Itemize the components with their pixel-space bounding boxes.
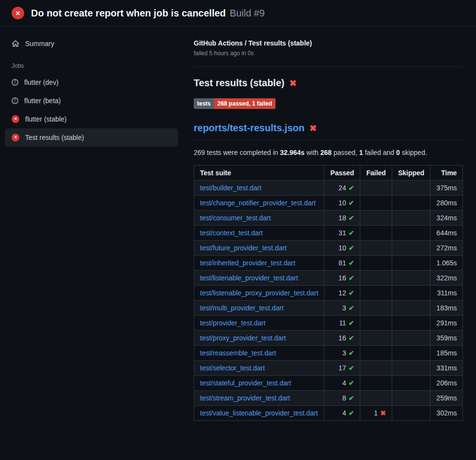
test-suite-link[interactable]: test/consumer_test.dart: [200, 214, 271, 222]
time-value: 183ms: [430, 301, 463, 316]
neutral-status-icon: !: [12, 79, 18, 86]
x-icon: ✖: [380, 409, 386, 417]
passed-count: 81: [338, 259, 346, 267]
test-suite-link[interactable]: test/listenable_proxy_provider_test.dart: [200, 289, 318, 297]
time-value: 311ms: [430, 286, 463, 301]
test-suite-link[interactable]: test/future_provider_test.dart: [200, 244, 287, 252]
summary-duration: 32.964s: [280, 149, 305, 156]
summary-passed-count: 268: [321, 149, 332, 156]
failed-status-icon: ✕: [12, 134, 19, 141]
time-value: 359ms: [430, 331, 463, 346]
check-icon: ✔: [349, 319, 354, 327]
table-row: test/reassemble_test.dart 3✔ ✖ 185ms: [194, 346, 463, 361]
check-icon: ✔: [349, 364, 354, 372]
test-suite-link[interactable]: test/listenable_provider_test.dart: [200, 274, 298, 282]
check-icon: ✔: [349, 229, 354, 237]
test-suite-link[interactable]: test/provider_test.dart: [200, 319, 265, 327]
check-icon: ✔: [349, 289, 354, 297]
sidebar-job-item[interactable]: ! ✕ flutter (beta): [5, 92, 178, 110]
col-header-time: Time: [430, 166, 463, 181]
test-suite-link[interactable]: test/context_test.dart: [200, 229, 263, 237]
sidebar-job-item[interactable]: ! ✕ Test results (stable): [5, 128, 178, 147]
table-row: test/multi_provider_test.dart 3✔ ✖ 183ms: [194, 301, 463, 316]
jobs-heading: Jobs: [5, 53, 178, 73]
test-suite-link[interactable]: test/builder_test.dart: [200, 184, 261, 192]
failed-status-icon: ✕: [12, 7, 24, 19]
test-suite-link[interactable]: test/proxy_provider_test.dart: [200, 334, 286, 342]
test-suite-link[interactable]: test/stateful_provider_test.dart: [200, 379, 291, 387]
report-title: reports/test-results.json ✖: [194, 123, 462, 140]
test-suite-link[interactable]: test/stream_provider_test.dart: [200, 394, 290, 402]
time-value: 331ms: [430, 361, 463, 376]
passed-count: 16: [338, 274, 346, 282]
passed-count: 31: [338, 229, 346, 237]
passed-count: 3: [342, 304, 346, 312]
check-run-header: ✕ Do not create report when job is cance…: [0, 0, 476, 27]
neutral-status-icon: !: [12, 97, 18, 104]
table-row: test/inherited_provider_test.dart 81✔ ✖ …: [194, 256, 463, 271]
sidebar-job-item[interactable]: ! ✕ flutter (dev): [5, 73, 178, 92]
test-suite-link[interactable]: test/change_notifier_provider_test.dart: [200, 199, 316, 207]
time-value: 302ms: [430, 406, 463, 421]
table-row: test/value_listenable_provider_test.dart…: [194, 406, 463, 421]
passed-count: 11: [339, 319, 346, 327]
check-icon: ✔: [349, 259, 354, 267]
check-icon: ✔: [349, 394, 354, 402]
col-header-skipped: Skipped: [392, 166, 430, 181]
divider: [194, 66, 462, 67]
sidebar-item-summary[interactable]: Summary: [5, 34, 178, 53]
home-icon: [12, 40, 19, 47]
job-label: flutter (beta): [24, 97, 61, 105]
report-link[interactable]: reports/test-results.json: [194, 123, 305, 134]
check-icon: ✔: [349, 379, 354, 387]
time-value: 324ms: [430, 211, 463, 226]
table-row: test/stream_provider_test.dart 8✔ ✖ 259m…: [194, 391, 463, 406]
table-row: test/consumer_test.dart 18✔ ✖ 324ms: [194, 211, 463, 226]
table-row: test/change_notifier_provider_test.dart …: [194, 196, 463, 211]
run-meta: failed 5 hours ago in 0s: [194, 50, 462, 57]
check-icon: ✔: [349, 244, 354, 252]
test-suite-link[interactable]: test/inherited_provider_test.dart: [200, 259, 295, 267]
col-header-failed: Failed: [360, 166, 392, 181]
test-suite-link[interactable]: test/value_listenable_provider_test.dart: [200, 409, 318, 417]
test-suite-link[interactable]: test/reassemble_test.dart: [200, 349, 276, 357]
job-label: flutter (stable): [25, 115, 67, 123]
page-title: Do not create report when job is cancell…: [31, 8, 265, 19]
failed-count: 1: [374, 409, 378, 417]
job-label: flutter (dev): [24, 78, 59, 86]
time-value: 644ms: [430, 226, 463, 241]
check-icon: ✔: [349, 214, 354, 222]
check-icon: ✔: [349, 184, 354, 192]
cross-mark-icon: ✖: [309, 124, 317, 133]
table-row: test/proxy_provider_test.dart 16✔ ✖ 359m…: [194, 331, 463, 346]
tests-badge: tests 268 passed, 1 failed: [194, 98, 276, 109]
badge-label: tests: [194, 98, 214, 109]
job-label: Test results (stable): [25, 134, 84, 141]
build-number: Build #9: [230, 8, 264, 18]
badge-value: 268 passed, 1 failed: [214, 98, 276, 109]
time-value: 291ms: [430, 316, 463, 331]
check-icon: ✔: [349, 349, 354, 357]
table-row: test/builder_test.dart 24✔ ✖ 375ms: [194, 181, 463, 196]
col-header-test-suite: Test suite: [194, 166, 324, 181]
passed-count: 3: [342, 349, 346, 357]
table-row: test/listenable_provider_test.dart 16✔ ✖…: [194, 271, 463, 286]
time-value: 322ms: [430, 271, 463, 286]
time-value: 1.065s: [430, 256, 463, 271]
test-suite-link[interactable]: test/multi_provider_test.dart: [200, 304, 284, 312]
table-row: test/selector_test.dart 17✔ ✖ 331ms: [194, 361, 463, 376]
check-icon: ✔: [349, 199, 354, 207]
sidebar-job-item[interactable]: ! ✕ flutter (stable): [5, 110, 178, 128]
time-value: 259ms: [430, 391, 463, 406]
page-layout: Summary Jobs ! ✕ flutter (dev) ! ✕ flutt…: [0, 27, 476, 440]
time-value: 185ms: [430, 346, 463, 361]
table-row: test/provider_test.dart 11✔ ✖ 291ms: [194, 316, 463, 331]
section-title-text: Test results (stable): [194, 77, 284, 89]
section-title: Test results (stable) ✖: [194, 77, 462, 89]
breadcrumb: GitHub Actions / Test results (stable): [194, 39, 462, 47]
test-suite-link[interactable]: test/selector_test.dart: [200, 364, 265, 372]
check-run-title: Do not create report when job is cancell…: [31, 8, 226, 18]
passed-count: 10: [338, 199, 346, 207]
passed-count: 17: [338, 364, 346, 372]
main-content: GitHub Actions / Test results (stable) f…: [185, 27, 476, 440]
